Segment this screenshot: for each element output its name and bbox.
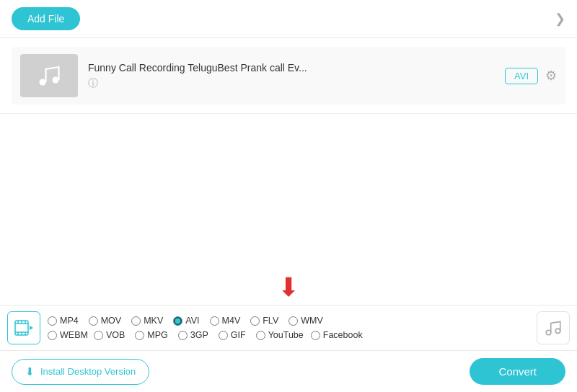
format-facebook[interactable]: Facebook xyxy=(311,330,363,340)
radio-m4v[interactable] xyxy=(210,316,219,326)
format-row-1: MP4 MOV MKV AVI M4V xyxy=(48,316,529,326)
radio-vob[interactable] xyxy=(94,331,103,340)
content-area xyxy=(0,114,577,267)
install-desktop-button[interactable]: ⬇ Install Desktop Version xyxy=(12,359,149,385)
file-item: Funny Call Recording TeluguBest Prank ca… xyxy=(12,47,565,104)
download-icon: ⬇ xyxy=(25,365,35,378)
format-3gp[interactable]: 3GP xyxy=(178,330,208,340)
format-badge[interactable]: AVI xyxy=(505,68,538,84)
radio-3gp[interactable] xyxy=(178,331,188,340)
svg-point-13 xyxy=(555,329,560,334)
svg-marker-11 xyxy=(30,326,33,330)
format-bar: MP4 MOV MKV AVI M4V xyxy=(0,305,577,351)
radio-avi[interactable] xyxy=(173,316,182,326)
radio-mkv[interactable] xyxy=(131,316,141,326)
radio-mp4[interactable] xyxy=(48,316,57,326)
footer: ⬇ Install Desktop Version Convert xyxy=(0,351,577,392)
add-file-button[interactable]: Add File xyxy=(12,7,80,30)
radio-mpg[interactable] xyxy=(135,331,144,340)
format-youtube[interactable]: YouTube xyxy=(256,330,304,340)
file-list: Funny Call Recording TeluguBest Prank ca… xyxy=(0,38,577,114)
close-icon[interactable]: ❯ xyxy=(555,11,565,27)
radio-facebook[interactable] xyxy=(311,331,320,340)
svg-point-12 xyxy=(546,330,551,335)
format-mpg[interactable]: MPG xyxy=(135,330,167,340)
radio-gif[interactable] xyxy=(219,331,228,340)
format-row-2: WEBM VOB MPG 3GP GIF xyxy=(48,330,529,340)
video-format-button[interactable] xyxy=(7,311,40,344)
svg-point-1 xyxy=(53,77,59,84)
audio-format-button[interactable] xyxy=(537,311,570,344)
top-bar: Add File ❯ xyxy=(0,0,577,38)
format-flv[interactable]: FLV xyxy=(250,316,278,326)
svg-point-0 xyxy=(40,79,46,86)
radio-mov[interactable] xyxy=(89,316,98,326)
format-mov[interactable]: MOV xyxy=(89,316,121,326)
format-gif[interactable]: GIF xyxy=(219,330,246,340)
format-mkv[interactable]: MKV xyxy=(131,316,163,326)
arrow-section: ⬇ xyxy=(0,267,577,305)
audio-icon xyxy=(544,318,563,337)
info-icon[interactable]: ⓘ xyxy=(88,77,505,90)
format-avi[interactable]: AVI xyxy=(173,316,199,326)
radio-flv[interactable] xyxy=(250,316,260,326)
format-mp4[interactable]: MP4 xyxy=(48,316,79,326)
file-title: Funny Call Recording TeluguBest Prank ca… xyxy=(88,62,505,74)
video-icon xyxy=(14,320,33,336)
music-icon xyxy=(36,63,62,89)
format-vob[interactable]: VOB xyxy=(94,330,125,340)
format-options: MP4 MOV MKV AVI M4V xyxy=(48,316,529,340)
file-actions: AVI ⚙ xyxy=(505,68,557,84)
format-m4v[interactable]: M4V xyxy=(210,316,241,326)
convert-button[interactable]: Convert xyxy=(470,358,565,385)
file-info: Funny Call Recording TeluguBest Prank ca… xyxy=(88,62,505,90)
format-wmv[interactable]: WMV xyxy=(288,316,323,326)
gear-icon[interactable]: ⚙ xyxy=(545,68,557,84)
file-thumbnail xyxy=(20,54,78,97)
down-arrow-icon: ⬇ xyxy=(278,275,299,300)
radio-webm[interactable] xyxy=(48,331,57,340)
radio-wmv[interactable] xyxy=(288,316,298,326)
radio-youtube[interactable] xyxy=(256,331,265,340)
format-webm[interactable]: WEBM xyxy=(48,330,88,340)
